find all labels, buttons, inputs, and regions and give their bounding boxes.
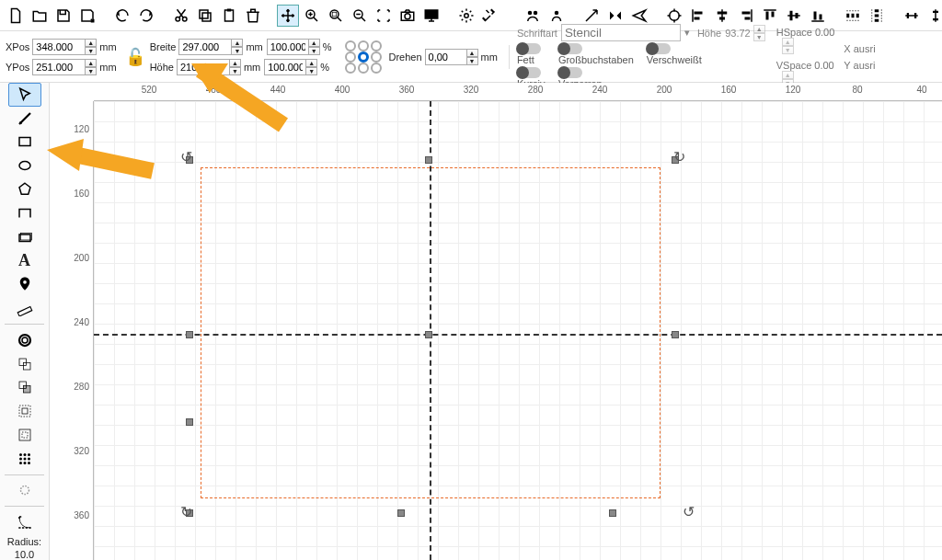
- pan-button[interactable]: [277, 5, 299, 27]
- radius-label: Radius:: [7, 536, 41, 547]
- font-hoehe-label: Höhe: [697, 28, 721, 39]
- monitor-button[interactable]: [420, 5, 442, 27]
- camera-button[interactable]: [396, 5, 419, 27]
- line-tool[interactable]: [8, 225, 41, 249]
- ypos-unit: mm: [99, 62, 116, 73]
- zoom-select-button[interactable]: [373, 5, 395, 27]
- select-tool[interactable]: [8, 83, 41, 107]
- xpos-spinner[interactable]: ▲▼: [85, 39, 97, 55]
- rotate-handle[interactable]: ↻: [177, 502, 195, 520]
- tools-button[interactable]: [479, 5, 501, 27]
- hoehe-input[interactable]: [177, 59, 230, 75]
- breite-spinner[interactable]: ▲▼: [231, 39, 243, 55]
- svg-point-65: [28, 462, 30, 464]
- grid-tool[interactable]: [8, 447, 41, 471]
- handle[interactable]: [425, 331, 432, 338]
- handle[interactable]: [425, 156, 432, 164]
- fett-toggle[interactable]: Fett: [517, 43, 546, 65]
- ypos-input[interactable]: [32, 59, 86, 75]
- copy-button[interactable]: [194, 5, 216, 27]
- marker-tool[interactable]: [8, 272, 41, 296]
- zoom-in-button[interactable]: [301, 5, 323, 27]
- hoehe-spinner[interactable]: ▲▼: [229, 59, 241, 75]
- new-button[interactable]: [5, 5, 27, 27]
- xpos-input[interactable]: [32, 39, 86, 55]
- handle[interactable]: [186, 418, 193, 426]
- ruler-tick: 120: [786, 85, 801, 95]
- rotate-handle[interactable]: ↻: [670, 147, 688, 166]
- zoom-out-button[interactable]: [349, 5, 371, 27]
- ruler-tick: 320: [464, 85, 479, 95]
- offset-in-tool[interactable]: [8, 399, 41, 423]
- distribute-v-button[interactable]: [925, 5, 942, 27]
- distribute-h-button[interactable]: [901, 5, 923, 27]
- ruler-tick: 120: [74, 124, 89, 134]
- svg-point-64: [23, 462, 26, 464]
- break-tool[interactable]: [8, 201, 41, 225]
- save-button[interactable]: [52, 5, 75, 27]
- corners-tool[interactable]: [8, 510, 41, 534]
- save-as-button[interactable]: [76, 5, 98, 27]
- lock-aspect-button[interactable]: 🔓: [126, 43, 144, 71]
- breite-input[interactable]: [178, 39, 232, 55]
- ruler-tick: 400: [335, 85, 350, 95]
- offset-out-tool[interactable]: [8, 423, 41, 447]
- verschweisst-toggle[interactable]: Verschweißt: [647, 43, 702, 65]
- ruler-tick: 160: [74, 189, 89, 199]
- svg-rect-21: [719, 17, 725, 19]
- canvas-area[interactable]: ↺ ↻ ↻ ↺: [94, 101, 942, 560]
- svg-rect-41: [19, 138, 30, 146]
- handle[interactable]: [186, 331, 193, 338]
- subtract-tool[interactable]: [8, 375, 41, 399]
- circle-array-tool[interactable]: [8, 328, 41, 352]
- svg-point-59: [28, 453, 30, 456]
- handle[interactable]: [609, 509, 616, 517]
- svg-point-61: [23, 457, 26, 460]
- ruler-tick: 280: [528, 85, 544, 95]
- distribute-b-button[interactable]: [866, 5, 888, 27]
- svg-rect-54: [22, 408, 28, 414]
- rotate-handle[interactable]: ↺: [177, 147, 195, 166]
- drehen-input[interactable]: [425, 49, 467, 65]
- font-dropdown-icon[interactable]: ▾: [684, 27, 690, 39]
- schriftart-label: Schriftart: [517, 28, 557, 39]
- distribute-a-button[interactable]: [842, 5, 864, 27]
- settings-button[interactable]: [455, 5, 477, 27]
- svg-rect-50: [23, 362, 30, 370]
- polygon-tool[interactable]: [8, 177, 41, 201]
- open-button[interactable]: [29, 5, 51, 27]
- rotate-handle[interactable]: ↺: [679, 502, 697, 520]
- ruler-tick: 320: [74, 446, 89, 456]
- left-toolbar: A Radius: 10.0: [0, 83, 50, 560]
- union-tool[interactable]: [8, 352, 41, 376]
- schriftart-select[interactable]: [561, 24, 681, 41]
- rectangle-tool[interactable]: [8, 131, 41, 154]
- paste-button[interactable]: [218, 5, 240, 27]
- redo-button[interactable]: [135, 5, 157, 27]
- handle[interactable]: [397, 509, 405, 517]
- zoom-page-button[interactable]: [325, 5, 347, 27]
- svg-rect-3: [200, 10, 208, 18]
- anchor-grid[interactable]: [344, 40, 383, 74]
- svg-point-9: [354, 10, 362, 18]
- vertical-ruler: 120160200240280320360: [50, 101, 94, 560]
- percent-w-input[interactable]: [267, 39, 309, 55]
- svg-rect-8: [332, 12, 337, 17]
- svg-rect-28: [814, 11, 817, 19]
- measure-tool[interactable]: [8, 296, 41, 320]
- ypos-label: YPos: [6, 62, 29, 73]
- ypos-spinner[interactable]: ▲▼: [85, 59, 97, 75]
- delete-button[interactable]: [242, 5, 264, 27]
- svg-point-47: [19, 335, 30, 346]
- text-tool[interactable]: A: [8, 249, 41, 273]
- svg-point-60: [19, 457, 22, 460]
- gear-tool[interactable]: [8, 479, 41, 503]
- cut-button[interactable]: [170, 5, 192, 27]
- handle[interactable]: [672, 331, 679, 338]
- svg-rect-55: [22, 432, 28, 438]
- percent-h-input[interactable]: [264, 59, 306, 75]
- grossbuchstaben-toggle[interactable]: Großbuchstaben: [558, 43, 634, 65]
- undo-button[interactable]: [111, 5, 133, 27]
- edit-nodes-tool[interactable]: [8, 107, 41, 131]
- ellipse-tool[interactable]: [8, 154, 41, 177]
